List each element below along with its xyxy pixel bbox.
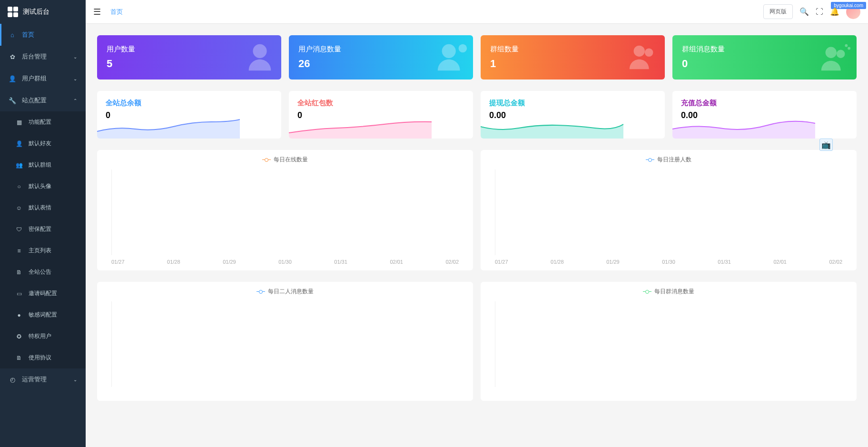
mini-card-withdraw: 提现总金额 0.00 [481,91,665,139]
nav-home[interactable]: ⌂ 首页 [0,24,86,46]
web-version-button[interactable]: 网页版 [763,4,793,19]
xaxis-tick: 02/01 [390,259,403,265]
nav-label: 敏感词配置 [29,311,57,319]
fullscreen-icon[interactable]: ⛶ [816,8,823,16]
list-icon: ≡ [15,248,23,254]
stat-card-users: 用户数量 5 [97,35,281,79]
nav-invite-code[interactable]: ▭邀请码配置 [0,283,86,304]
svg-point-3 [634,46,645,57]
nav-label: 使用协议 [29,354,51,362]
logo[interactable]: 测试后台 [0,0,86,24]
nav-default-group[interactable]: 👥默认群组 [0,154,86,176]
nav-label: 特权用户 [29,332,51,340]
xaxis-tick: 02/02 [829,259,842,265]
nav-label: 运营管理 [22,375,47,384]
xaxis-tick: 01/29 [223,259,236,265]
nav-privilege-user[interactable]: ✪特权用户 [0,326,86,347]
nav-default-friend[interactable]: 👤默认好友 [0,133,86,154]
nav-ops[interactable]: ◴ 运营管理 ⌄ [0,368,86,390]
nav-label: 功能配置 [29,118,51,126]
nav-default-avatar[interactable]: ○默认头像 [0,176,86,197]
chart-area [111,301,459,387]
stat-card-groups: 群组数量 1 [481,35,665,79]
xaxis-tick: 01/31 [718,259,731,265]
wave-chart [481,115,623,139]
nav-sensitive-words[interactable]: ●敏感词配置 [0,304,86,326]
users-icon: 👤 [9,75,16,82]
chart-daily-online: 每日在线数量 01/2701/2801/2901/3001/3102/0102/… [97,150,473,270]
gear-icon: ✿ [9,53,16,60]
breadcrumb[interactable]: 首页 [110,8,123,16]
svg-point-0 [253,44,266,58]
wrench-icon: 🔧 [9,97,16,104]
xaxis-tick: 01/31 [334,259,347,265]
chevron-down-icon: ⌄ [73,76,77,81]
search-icon[interactable]: 🔍 [799,7,809,16]
notification-icon[interactable]: 🔔 [830,7,839,16]
nav-label: 密保配置 [29,225,51,233]
menu-toggle-icon[interactable]: ☰ [93,7,101,17]
chart-daily-register: 📺 每日注册人数 01/2701/2801/2901/3001/3102/010… [481,150,857,270]
wave-chart [97,115,240,139]
message-icon [435,40,468,73]
nav-security[interactable]: 🛡密保配置 [0,219,86,240]
nav-backend[interactable]: ✿ 后台管理 ⌄ [0,46,86,68]
mini-card-recharge: 充值总金额 0.00 [672,91,857,139]
avatar-icon: ○ [15,183,23,190]
chart-area [111,169,459,255]
nav-label: 邀请码配置 [29,289,57,298]
nav-func-config[interactable]: ▦功能配置 [0,111,86,133]
mini-label: 提现总金额 [489,99,656,108]
nav-site-config[interactable]: 🔧 站点配置 ⌃ [0,89,86,111]
xaxis-tick: 01/27 [111,259,125,265]
group-message-icon [819,40,852,73]
nav-label: 全站公告 [29,268,51,276]
group-icon: 👥 [15,162,23,169]
emoji-icon: ☺ [15,205,23,211]
legend-label: 每日注册人数 [657,156,691,164]
nav-users[interactable]: 👤 用户群组 ⌄ [0,68,86,89]
chart-legend: 每日群消息数量 [481,282,857,301]
nav-label: 默认群组 [29,161,51,169]
svg-point-6 [837,50,845,58]
wave-chart [289,115,432,139]
chevron-down-icon: ⌄ [73,54,77,60]
nav-homepage-list[interactable]: ≡主页列表 [0,240,86,261]
nav-agreement[interactable]: 🗎使用协议 [0,347,86,368]
logo-text: 测试后台 [23,8,49,16]
nav-default-emoji[interactable]: ☺默认表情 [0,197,86,219]
xaxis-tick: 01/28 [167,259,180,265]
xaxis-tick: 01/30 [278,259,292,265]
chart-daily-dm: 每日二人消息数量 [97,282,473,401]
stat-card-group-messages: 群组消息数量 0 [672,35,857,79]
legend-label: 每日二人消息数量 [268,288,314,296]
paper-icon: 🗎 [15,355,23,361]
svg-point-8 [848,47,850,50]
logo-icon [8,7,18,17]
mini-label: 充值总金额 [681,99,848,108]
legend-label: 每日在线数量 [274,156,308,164]
chevron-down-icon: ⌄ [73,377,77,382]
stat-card-user-messages: 用户消息数量 26 [289,35,473,79]
svg-point-5 [826,47,837,58]
star-icon: ✪ [15,333,23,340]
mini-label: 全站红包数 [297,99,464,108]
tv-sticker-icon[interactable]: 📺 [819,139,833,151]
chart-area [495,169,842,255]
grid-icon: ▦ [15,119,23,126]
wave-chart [672,115,815,139]
xaxis-tick: 01/28 [551,259,564,265]
chart-legend: 每日在线数量 [97,150,473,169]
svg-point-2 [459,44,467,53]
chart-area [495,301,842,387]
nav-label: 首页 [22,30,34,39]
nav-label: 站点配置 [22,96,47,105]
chart-daily-group-msg: 每日群消息数量 [481,282,857,401]
user-icon: 👤 [15,140,23,147]
shield-icon: 🛡 [15,226,23,233]
code-icon: ▭ [15,290,23,297]
doc-icon: 🗎 [15,269,23,276]
content: 用户数量 5 用户消息数量 26 群组数量 1 群组消息数量 0 [86,24,868,447]
nav-notice[interactable]: 🗎全站公告 [0,261,86,283]
alert-icon: ● [15,312,23,318]
